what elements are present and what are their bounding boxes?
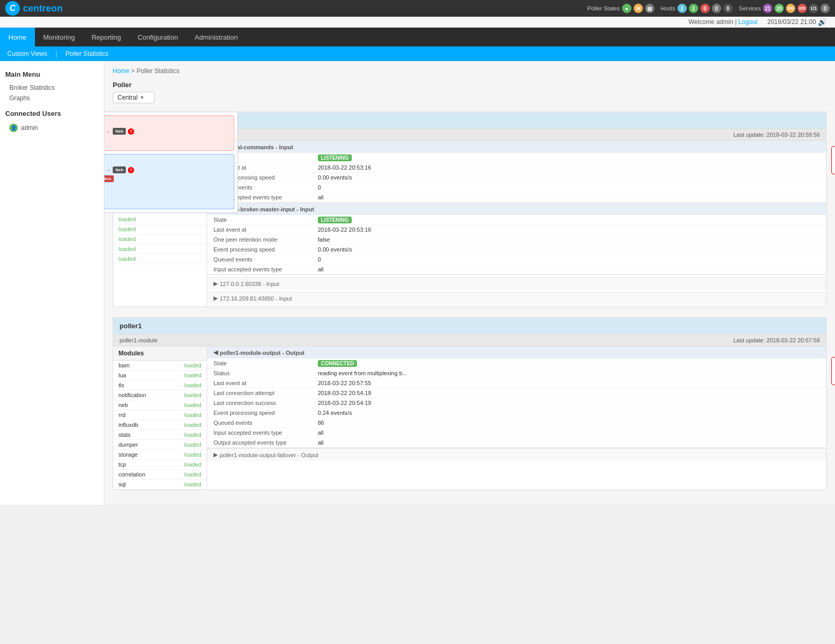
table-row: Event processing speed 0.00 events/s: [207, 245, 826, 255]
collapsed-127-title: 127.0.0.1:60338 - Input: [220, 281, 279, 287]
table-row: Event processing speed 0.00 events/s: [207, 173, 826, 183]
counter-2: 6: [128, 167, 134, 173]
annotation-module-receptionne: Le module réceptionne les flux des moteu…: [831, 146, 835, 174]
poller1-broker-header: poller1: [113, 318, 826, 334]
peer-retention-label: One peer retention mode: [207, 235, 312, 245]
node-neb-1: Neb: [113, 128, 126, 135]
p1-failover-row[interactable]: ▶ poller1-module-output-failover - Outpu…: [207, 448, 826, 461]
p1-status-value: reading event from multiplexing b...: [312, 368, 826, 378]
nav-configuration[interactable]: Configuration: [129, 28, 186, 46]
external-commands-table: State LISTENING Last event at 2018-03-22…: [207, 153, 826, 202]
p1-queued-value: 86: [312, 418, 826, 428]
hosts-down: 0: [700, 4, 710, 13]
central-row2: Centcore Storage → Statistics: [104, 175, 231, 182]
sidebar-item-broker-statistics[interactable]: Broker Statistics: [5, 82, 99, 93]
nav-monitoring[interactable]: Monitoring: [35, 28, 84, 46]
table-row: State LISTENING: [207, 215, 826, 225]
breadcrumb-current: Poller Statistics: [137, 67, 180, 75]
node-statistics: Statistics: [104, 175, 114, 182]
last-event2-value: 2018-03-22 20:53:16: [312, 225, 826, 235]
p1-state-label: State: [207, 359, 312, 368]
collapsed-127[interactable]: ▶ 127.0.0.1:60338 - Input: [207, 277, 826, 290]
breadcrumb: Home > Poller Statistics: [113, 67, 827, 75]
db-group: 🗄 Events 🗄 Performance RRD: [104, 185, 231, 206]
table-row: Queued events 0: [207, 183, 826, 193]
queued-events-value: 0: [312, 183, 826, 193]
page-main: Home > Poller Statistics Poller Central …: [104, 61, 835, 505]
central-row1: Centreon Engine → Centreon Plugins → Neb…: [104, 166, 231, 173]
central-stats-col: ◀ external-commands - Input State LISTEN…: [207, 141, 826, 306]
annotation-cbmod: Le module cbmod du poller distant envoie…: [831, 357, 835, 385]
hosts-label: Hosts: [661, 5, 675, 11]
external-commands-header[interactable]: ◀ external-commands - Input: [207, 141, 826, 153]
collapsed-172[interactable]: ▶ 172.16.209.81:43850 - Input: [207, 292, 826, 304]
services-total: 21: [763, 4, 772, 13]
p1-output-group: ◀ poller1-module-output - Output State C…: [207, 347, 826, 448]
connected-badge: CONNECTED: [318, 360, 357, 367]
poller1-broker-body: Modules bamloaded lualoaded tlsloaded no…: [113, 347, 826, 490]
stats-with-annotation: ◀ external-commands - Input State LISTEN…: [207, 141, 826, 275]
subnav-poller-statistics[interactable]: Poller Statistics: [64, 50, 111, 57]
poller1-stats-col: ◀ poller1-module-output - Output State C…: [207, 347, 826, 490]
sidebar: Main Menu Broker Statistics Graphs Conne…: [0, 61, 104, 505]
p1-output-header[interactable]: ◀ poller1-module-output - Output: [207, 347, 826, 359]
p1-module-lua: lualoaded: [113, 371, 207, 380]
p1-module-correlation: correlationloaded: [113, 470, 207, 480]
sound-icon: 🔊: [818, 18, 827, 26]
cbmaster-input-header[interactable]: ◀ central-broker-master-input - Input: [207, 203, 826, 215]
event-speed2-label: Event processing speed: [207, 245, 312, 255]
logo-icon: C: [5, 1, 20, 16]
input-accepted2-label: Input accepted events type: [207, 265, 312, 275]
sub-nav: Custom Views | Poller Statistics: [0, 46, 835, 61]
services-ok: 20: [774, 4, 784, 13]
module-row-empty5: loaded: [113, 224, 207, 234]
queued2-label: Queued events: [207, 255, 312, 265]
poller-row1: Centreon Engine → Centreon Plugins → Neb…: [104, 128, 231, 135]
p1-module-neb: nebloaded: [113, 400, 207, 410]
services-warning: 0/0: [786, 4, 795, 13]
poller-badge-1: ●: [622, 4, 631, 13]
poller1-modules-header: Modules: [113, 347, 207, 361]
nav-home[interactable]: Home: [0, 28, 35, 46]
connected-users-title: Connected Users: [5, 110, 99, 117]
breadcrumb-home[interactable]: Home: [113, 67, 129, 75]
listening-badge-2: LISTENING: [318, 217, 352, 223]
state2-label: State: [207, 215, 312, 225]
table-row: Input accepted events type all: [207, 428, 826, 438]
table-row: Output accepted events type all: [207, 438, 826, 448]
table-row: State CONNECTED: [207, 359, 826, 368]
flux-distant-row: ▶ 172.16.209.81:43850 - Input Flux du po…: [207, 292, 826, 304]
central-diagram-title: Central: [104, 158, 231, 163]
table-row: Queued events 0: [207, 255, 826, 265]
nav-reporting[interactable]: Reporting: [83, 28, 129, 46]
nav-bar: Home Monitoring Reporting Configuration …: [0, 28, 835, 46]
poller-dropdown[interactable]: Central ▼: [113, 92, 154, 103]
hosts-total: 2: [677, 4, 687, 13]
module-row-empty6: loaded: [113, 234, 207, 244]
poller-diagram-title: Poller: [104, 119, 231, 125]
services-label: Services: [739, 5, 761, 11]
subnav-custom-views[interactable]: Custom Views: [5, 50, 49, 57]
hosts-pending: 0: [723, 4, 733, 13]
nav-administration[interactable]: Administration: [186, 28, 246, 46]
services-group: Services 21 20 0/0 0/0 1/1 0: [739, 4, 830, 13]
arrow-2: →: [105, 128, 111, 134]
table-row: Queued events 86: [207, 418, 826, 428]
p1-event-speed-label: Event processing speed: [207, 408, 312, 418]
p1-state-value: CONNECTED: [312, 359, 826, 368]
input-accepted2-value: all: [312, 265, 826, 275]
welcome-bar: Welcome admin | Logout 2018/03/22 21:00 …: [0, 17, 835, 28]
sidebar-item-graphs[interactable]: Graphs: [5, 93, 99, 103]
p1-conn-attempt-label: Last connection attempt: [207, 388, 312, 398]
logo-area: C centreon: [5, 1, 63, 16]
expand-icon-5: ◀: [213, 349, 218, 356]
p1-module-rrd: rrdloaded: [113, 410, 207, 420]
p1-module-bam: bamloaded: [113, 361, 207, 371]
logo-text: centreon: [23, 3, 63, 14]
counter-1: 5: [128, 128, 134, 135]
event-speed-value: 0.00 events/s: [312, 173, 826, 183]
central-last-update: Last update: 2018-03-22 20:59:56: [733, 132, 820, 138]
logout-link[interactable]: Logout: [738, 18, 758, 26]
table-row: Last event at 2018-03-22 20:57:55: [207, 378, 826, 388]
cbmaster-input-group: ◀ central-broker-master-input - Input St…: [207, 203, 826, 275]
